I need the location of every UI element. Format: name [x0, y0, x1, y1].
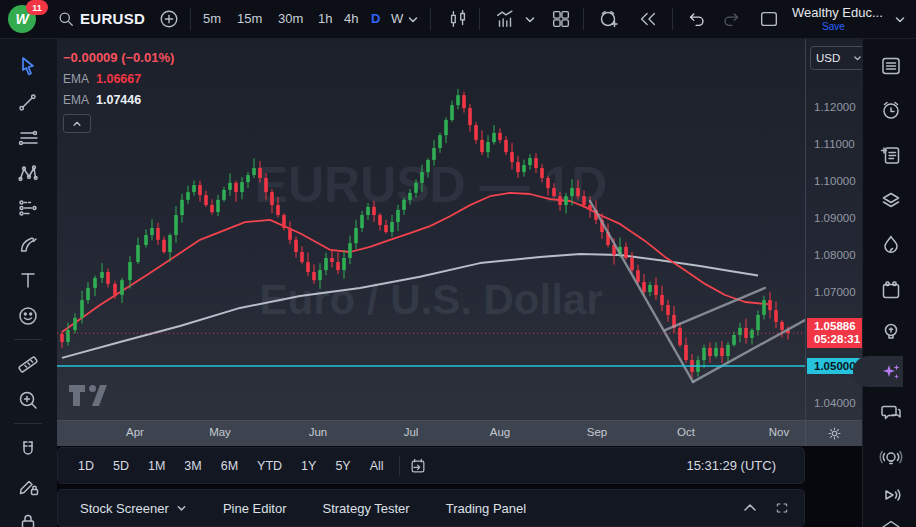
- panel-collapse-chevron-up-icon[interactable]: [742, 500, 758, 516]
- lock-all-drawings[interactable]: [14, 508, 42, 527]
- price-tick: 1.12000: [814, 101, 856, 113]
- help-icon[interactable]: [879, 518, 903, 527]
- price-tick: 1.08000: [814, 249, 856, 261]
- ema-slow-label[interactable]: EMA: [63, 93, 89, 107]
- alerts-icon[interactable]: [879, 98, 903, 122]
- tab-pine-editor[interactable]: Pine Editor: [223, 501, 287, 516]
- top-toolbar: W 11 EURUSD 5m 15m 30m 1h 4h D W Wealthy…: [0, 0, 916, 39]
- symbol-name[interactable]: EURUSD: [80, 10, 145, 27]
- fib-retracement-tool[interactable]: [14, 124, 42, 152]
- currency-chevron-down-icon: [853, 54, 862, 63]
- screener-chevron-down-icon: [176, 503, 187, 514]
- tab-label: Stock Screener: [80, 501, 169, 516]
- timeframe-chevron-down-icon[interactable]: [407, 14, 419, 26]
- ema-slow-value: 1.07446: [96, 93, 141, 107]
- hotlists-icon[interactable]: [879, 233, 903, 257]
- magnet-mode[interactable]: [14, 436, 42, 464]
- gear-icon: [826, 425, 843, 442]
- emoji-tool[interactable]: [14, 302, 42, 330]
- tab-strategy-tester[interactable]: Strategy Tester: [322, 501, 409, 516]
- timeframe-1w[interactable]: W: [391, 11, 403, 26]
- timeframe-5m[interactable]: 5m: [203, 11, 221, 26]
- chart-settings-button[interactable]: [805, 421, 863, 446]
- time-axis[interactable]: AprMayJunJulAugSepOctNov: [57, 420, 862, 446]
- timeframe-15m[interactable]: 15m: [237, 11, 262, 26]
- month-label: May: [209, 426, 231, 438]
- range-5y[interactable]: 5Y: [329, 456, 356, 476]
- session-clock[interactable]: 15:31:29 (UTC): [686, 458, 804, 473]
- cursor-tool[interactable]: [14, 52, 42, 80]
- panel-maximize-icon[interactable]: [774, 500, 790, 516]
- month-label: Nov: [769, 426, 789, 438]
- month-label: Jul: [404, 426, 419, 438]
- forecast-tool[interactable]: [14, 194, 42, 222]
- search-icon[interactable]: [56, 9, 76, 29]
- currency-selector[interactable]: USD: [810, 46, 868, 70]
- toolbar-divider: [190, 8, 191, 30]
- month-label: Aug: [490, 426, 510, 438]
- zoom-in-tool[interactable]: [14, 386, 42, 414]
- chart-region: EURUSD — 1D Euro / U.S. Dollar −0.00009 …: [57, 38, 862, 420]
- range-5d[interactable]: 5D: [107, 456, 135, 476]
- price-tick: 1.10000: [814, 175, 856, 187]
- range-toolbar: 1D 5D 1M 3M 6M YTD 1Y 5Y All 15:31:29 (U…: [57, 447, 805, 484]
- save-layout-icon[interactable]: [758, 8, 780, 30]
- calendar-icon[interactable]: [879, 278, 903, 302]
- month-label: Oct: [677, 426, 695, 438]
- chart-pane[interactable]: EURUSD — 1D Euro / U.S. Dollar −0.00009 …: [57, 38, 805, 420]
- pattern-tool[interactable]: [14, 159, 42, 187]
- timeframe-30m[interactable]: 30m: [278, 11, 303, 26]
- layout-name[interactable]: Wealthy Educ...: [792, 5, 883, 20]
- timeframe-4h[interactable]: 4h: [344, 11, 358, 26]
- trend-line-tool[interactable]: [14, 88, 42, 116]
- text-tool[interactable]: [14, 266, 42, 294]
- drawing-mode-lock[interactable]: [14, 472, 42, 500]
- object-tree-icon[interactable]: [879, 188, 903, 212]
- watchlist-icon[interactable]: [879, 54, 903, 78]
- toolbar-divider: [672, 8, 673, 30]
- bar-countdown: 05:28:31: [814, 333, 863, 346]
- range-1m[interactable]: 1M: [142, 456, 171, 476]
- currency-label: USD: [816, 52, 840, 64]
- measure-tool[interactable]: [14, 350, 42, 378]
- alert-add-icon[interactable]: [597, 7, 621, 31]
- range-1d[interactable]: 1D: [72, 456, 100, 476]
- timeframe-1d[interactable]: D: [371, 11, 380, 26]
- brush-tool[interactable]: [14, 230, 42, 258]
- range-6m[interactable]: 6M: [215, 456, 244, 476]
- price-tick: 1.07000: [814, 286, 856, 298]
- indicators-chevron-down-icon[interactable]: [524, 14, 536, 26]
- tab-trading-panel[interactable]: Trading Panel: [446, 501, 526, 516]
- legend-collapse-button[interactable]: [63, 114, 91, 133]
- month-label: Sep: [587, 426, 607, 438]
- tab-stock-screener[interactable]: Stock Screener: [80, 501, 187, 516]
- price-change[interactable]: −0.00009 (−0.01%): [63, 50, 174, 65]
- save-button[interactable]: Save: [822, 21, 845, 32]
- sparkles-icon: [879, 360, 903, 384]
- chart-type-candles-icon[interactable]: [447, 8, 469, 30]
- timeframe-1h[interactable]: 1h: [318, 11, 332, 26]
- ema-fast-label[interactable]: EMA: [63, 72, 89, 86]
- redo-icon[interactable]: [720, 8, 742, 30]
- range-3m[interactable]: 3M: [178, 456, 207, 476]
- add-symbol-icon[interactable]: [158, 8, 180, 30]
- bottom-panel: Stock Screener Pine Editor Strategy Test…: [57, 489, 805, 527]
- range-ytd[interactable]: YTD: [251, 456, 288, 476]
- range-all[interactable]: All: [364, 456, 390, 476]
- bar-replay-icon[interactable]: [637, 8, 659, 30]
- streams-icon[interactable]: [879, 483, 903, 507]
- multichart-layout-icon[interactable]: [550, 8, 572, 30]
- toolbar-divider: [479, 8, 480, 30]
- live-ideas-icon[interactable]: [879, 446, 903, 470]
- ai-assistant-icon[interactable]: [879, 360, 903, 384]
- indicators-icon[interactable]: [494, 8, 516, 30]
- month-label: Apr: [126, 426, 144, 438]
- range-1y[interactable]: 1Y: [295, 456, 322, 476]
- chat-icon[interactable]: [879, 400, 903, 424]
- layout-chevron-down-icon[interactable]: [894, 14, 906, 26]
- undo-icon[interactable]: [686, 8, 708, 30]
- goto-date-icon[interactable]: [408, 456, 428, 476]
- notes-icon[interactable]: [879, 143, 903, 167]
- ideas-icon[interactable]: [879, 320, 903, 344]
- tradingview-app: W 11 EURUSD 5m 15m 30m 1h 4h D W Wealthy…: [0, 0, 916, 527]
